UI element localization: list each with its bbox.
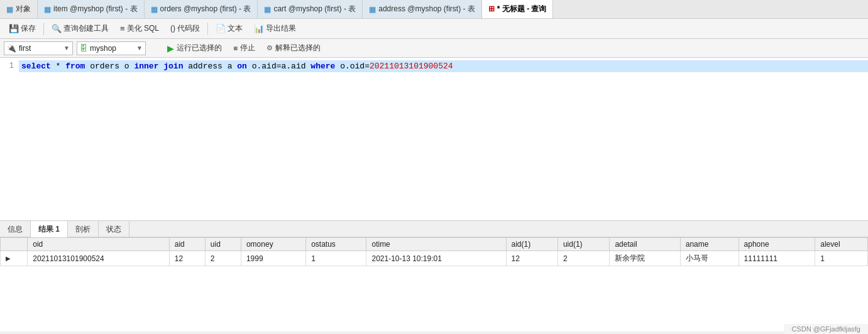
objects-icon: ▦ (6, 5, 13, 14)
query-builder-label: 查询创建工具 (63, 23, 109, 34)
text-button[interactable]: 📄 文本 (211, 21, 248, 37)
col-oid[interactable]: oid (28, 238, 170, 251)
tab-result1-label: 结果 1 (38, 225, 60, 234)
connection-icon: 🔌 (7, 44, 16, 53)
run-icon: ▶ (167, 43, 174, 53)
export-icon: 📊 (254, 24, 264, 33)
tab-item[interactable]: ▦ item @myshop (first) - 表 (38, 0, 145, 19)
text-icon: 📄 (216, 24, 226, 33)
cell-uid1: 2 (558, 251, 609, 266)
connection-select[interactable]: 🔌 first ▼ (4, 41, 73, 55)
col-omoney[interactable]: omoney (241, 238, 305, 251)
cell-omoney: 1999 (241, 251, 305, 266)
status-bar: CSDN @GFjadfkljasfg (784, 324, 868, 331)
sql-oid-value: 20211013101900524 (370, 62, 453, 71)
sql-keyword-on: on (237, 62, 247, 71)
tab-objects[interactable]: ▦ 对象 (0, 0, 38, 19)
stop-button[interactable]: ■ 停止 (229, 41, 259, 55)
editor-area[interactable]: 1 select * from orders o inner join addr… (0, 58, 868, 221)
tab-bar: ▦ 对象 ▦ item @myshop (first) - 表 ▦ orders… (0, 0, 868, 19)
explain-button[interactable]: ⚙ 解释已选择的 (263, 41, 324, 55)
stop-label: 停止 (240, 43, 255, 53)
tab-status-label: 状态 (106, 225, 121, 234)
tab-query-label: * 无标题 - 查询 (497, 4, 547, 14)
editor-line-1: 1 select * from orders o inner join addr… (0, 60, 868, 74)
col-uid1[interactable]: uid(1) (558, 238, 609, 251)
save-button[interactable]: 💾 保存 (4, 21, 41, 37)
col-alevel[interactable]: alevel (815, 238, 868, 251)
toolbar: 💾 保存 🔍 查询创建工具 ≡ 美化 SQL () 代码段 📄 文本 📊 导出结… (0, 19, 868, 39)
cell-alevel: 1 (815, 251, 868, 266)
database-select[interactable]: 🗄 myshop ▼ (77, 41, 146, 55)
table-header-row: oid aid uid omoney ostatus otime aid(1) … (1, 238, 868, 251)
export-button[interactable]: 📊 导出结果 (249, 21, 301, 37)
tab-objects-label: 对象 (16, 4, 31, 14)
cell-aphone: 11111111 (739, 251, 815, 266)
explain-icon: ⚙ (266, 44, 273, 52)
tab-orders[interactable]: ▦ orders @myshop (first) - 表 (145, 0, 258, 19)
tab-address[interactable]: ▦ address @myshop (first) - 表 (363, 0, 482, 19)
status-text: CSDN @GFjadfkljasfg (791, 325, 860, 331)
cell-aid1: 12 (506, 251, 558, 266)
cell-uid: 2 (205, 251, 241, 266)
query-icon: ⊞ (488, 4, 495, 13)
col-aid1[interactable]: aid(1) (506, 238, 558, 251)
database-arrow-icon: ▼ (136, 45, 143, 51)
table-icon-4: ▦ (369, 5, 376, 14)
col-aid[interactable]: aid (169, 238, 205, 251)
query-builder-button[interactable]: 🔍 查询创建工具 (47, 21, 114, 37)
result-table: oid aid uid omoney ostatus otime aid(1) … (0, 237, 868, 266)
sql-keyword-from: from (65, 62, 85, 71)
sql-keyword-select: select (21, 62, 51, 71)
sql-star: * (51, 62, 65, 71)
cell-ostatus: 1 (306, 251, 366, 266)
col-aphone[interactable]: aphone (739, 238, 815, 251)
row-arrow: ▶ (1, 251, 28, 266)
stop-icon: ■ (233, 44, 238, 53)
table-row[interactable]: ▶ 20211013101900524 12 2 1999 1 2021-10-… (1, 251, 868, 266)
sql-address: address a (183, 62, 237, 71)
cell-aname: 小马哥 (680, 251, 739, 266)
cell-otime: 2021-10-13 10:19:01 (366, 251, 506, 266)
save-icon: 💾 (9, 24, 19, 33)
tab-item-label: item @myshop (first) - 表 (53, 4, 138, 14)
run-button[interactable]: ▶ 运行已选择的 (163, 41, 226, 55)
toolbar-sep-1 (43, 23, 44, 35)
sql-where-field: o.oid= (335, 62, 370, 71)
database-icon: 🗄 (80, 44, 87, 53)
query-builder-icon: 🔍 (52, 24, 62, 33)
table-icon-1: ▦ (44, 5, 51, 14)
code-snippet-label: () 代码段 (170, 23, 200, 34)
tab-info-label: 信息 (8, 225, 23, 234)
table-icon-2: ▦ (151, 5, 158, 14)
table-icon-3: ▦ (264, 5, 271, 14)
tab-result1[interactable]: 结果 1 (31, 221, 68, 237)
col-aname[interactable]: aname (680, 238, 739, 251)
col-uid[interactable]: uid (205, 238, 241, 251)
tab-info[interactable]: 信息 (0, 221, 31, 237)
col-adetail[interactable]: adetail (610, 238, 680, 251)
result-area[interactable]: oid aid uid omoney ostatus otime aid(1) … (0, 237, 868, 331)
cell-oid: 20211013101900524 (28, 251, 170, 266)
col-otime[interactable]: otime (366, 238, 506, 251)
col-arrow (1, 238, 28, 251)
save-label: 保存 (21, 23, 36, 34)
sql-content[interactable]: select * from orders o inner join addres… (19, 60, 868, 72)
col-ostatus[interactable]: ostatus (306, 238, 366, 251)
conn-bar: 🔌 first ▼ 🗄 myshop ▼ ▶ 运行已选择的 ■ 停止 ⚙ 解释已… (0, 39, 868, 58)
tab-address-label: address @myshop (first) - 表 (378, 4, 475, 14)
export-label: 导出结果 (266, 23, 296, 34)
toolbar-sep-2 (207, 23, 208, 35)
run-label: 运行已选择的 (177, 43, 222, 53)
tab-profile-label: 剖析 (75, 225, 91, 234)
sql-join-cond: o.aid=a.aid (247, 62, 310, 71)
sql-orders: orders o (85, 62, 134, 71)
sql-keyword-where: where (310, 62, 335, 71)
tab-profile[interactable]: 剖析 (68, 221, 99, 237)
code-snippet-button[interactable]: () 代码段 (165, 21, 205, 37)
tab-cart[interactable]: ▦ cart @myshop (first) - 表 (258, 0, 363, 19)
tab-cart-label: cart @myshop (first) - 表 (273, 4, 356, 14)
tab-status[interactable]: 状态 (99, 221, 129, 237)
tab-query[interactable]: ⊞ * 无标题 - 查询 (482, 0, 554, 19)
beautify-button[interactable]: ≡ 美化 SQL (115, 21, 164, 37)
